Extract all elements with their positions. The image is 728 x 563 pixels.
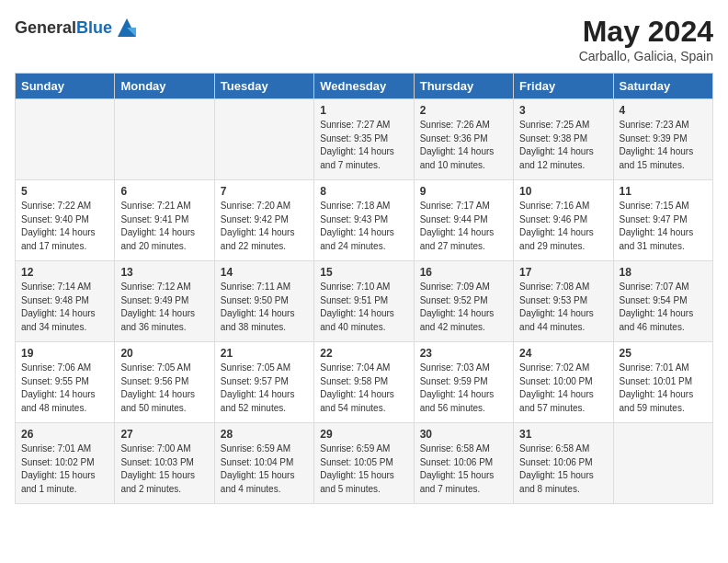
calendar-cell: 2Sunrise: 7:26 AM Sunset: 9:36 PM Daylig… [414, 99, 513, 180]
logo: GeneralBlue [15, 15, 140, 40]
day-number: 1 [320, 104, 407, 117]
day-number: 22 [320, 347, 407, 360]
day-number: 20 [120, 347, 208, 360]
day-content: Sunrise: 7:07 AM Sunset: 9:54 PM Dayligh… [620, 281, 707, 334]
calendar-cell: 12Sunrise: 7:14 AM Sunset: 9:48 PM Dayli… [16, 261, 115, 342]
day-content: Sunrise: 7:15 AM Sunset: 9:47 PM Dayligh… [620, 200, 707, 253]
day-content: Sunrise: 7:10 AM Sunset: 9:51 PM Dayligh… [320, 281, 407, 334]
calendar-cell: 26Sunrise: 7:01 AM Sunset: 10:02 PM Dayl… [16, 423, 115, 504]
day-content: Sunrise: 7:23 AM Sunset: 9:39 PM Dayligh… [620, 119, 707, 172]
day-number: 28 [221, 428, 308, 441]
calendar-cell: 17Sunrise: 7:08 AM Sunset: 9:53 PM Dayli… [514, 261, 613, 342]
day-content: Sunrise: 7:17 AM Sunset: 9:44 PM Dayligh… [420, 200, 507, 253]
day-number: 7 [221, 185, 308, 198]
day-content: Sunrise: 7:26 AM Sunset: 9:36 PM Dayligh… [420, 119, 507, 172]
day-number: 10 [519, 185, 607, 198]
day-content: Sunrise: 7:11 AM Sunset: 9:50 PM Dayligh… [221, 281, 308, 334]
day-content: Sunrise: 7:14 AM Sunset: 9:48 PM Dayligh… [21, 281, 108, 334]
day-content: Sunrise: 7:12 AM Sunset: 9:49 PM Dayligh… [120, 281, 208, 334]
day-content: Sunrise: 7:05 AM Sunset: 9:57 PM Dayligh… [221, 362, 308, 415]
day-number: 13 [120, 266, 208, 279]
week-row-4: 19Sunrise: 7:06 AM Sunset: 9:55 PM Dayli… [16, 342, 713, 423]
day-content: Sunrise: 7:06 AM Sunset: 9:55 PM Dayligh… [21, 362, 108, 415]
week-row-5: 26Sunrise: 7:01 AM Sunset: 10:02 PM Dayl… [16, 423, 713, 504]
day-number: 24 [519, 347, 607, 360]
day-number: 17 [519, 266, 607, 279]
title-section: May 2024 Carballo, Galicia, Spain [579, 15, 713, 63]
header-day-saturday: Saturday [613, 74, 712, 99]
calendar-cell: 4Sunrise: 7:23 AM Sunset: 9:39 PM Daylig… [613, 99, 712, 180]
day-number: 8 [320, 185, 407, 198]
calendar-cell: 19Sunrise: 7:06 AM Sunset: 9:55 PM Dayli… [16, 342, 115, 423]
day-number: 12 [21, 266, 108, 279]
calendar-cell: 22Sunrise: 7:04 AM Sunset: 9:58 PM Dayli… [314, 342, 414, 423]
page-header: GeneralBlue May 2024 Carballo, Galicia, … [15, 15, 713, 63]
day-content: Sunrise: 6:58 AM Sunset: 10:06 PM Daylig… [519, 442, 607, 496]
day-number: 4 [620, 104, 707, 117]
location-subtitle: Carballo, Galicia, Spain [579, 49, 713, 63]
day-content: Sunrise: 6:59 AM Sunset: 10:05 PM Daylig… [320, 442, 407, 496]
calendar-cell: 13Sunrise: 7:12 AM Sunset: 9:49 PM Dayli… [115, 261, 214, 342]
day-number: 5 [21, 185, 108, 198]
day-number: 2 [420, 104, 507, 117]
header-day-sunday: Sunday [16, 74, 115, 99]
header-day-wednesday: Wednesday [314, 74, 414, 99]
day-number: 19 [21, 347, 108, 360]
day-content: Sunrise: 7:01 AM Sunset: 10:01 PM Daylig… [620, 362, 707, 415]
calendar-cell: 28Sunrise: 6:59 AM Sunset: 10:04 PM Dayl… [214, 423, 313, 504]
calendar-table: SundayMondayTuesdayWednesdayThursdayFrid… [15, 73, 713, 504]
logo-general: General [15, 18, 76, 37]
calendar-cell: 7Sunrise: 7:20 AM Sunset: 9:42 PM Daylig… [214, 180, 313, 261]
calendar-cell: 5Sunrise: 7:22 AM Sunset: 9:40 PM Daylig… [16, 180, 115, 261]
day-content: Sunrise: 7:00 AM Sunset: 10:03 PM Daylig… [120, 442, 208, 496]
month-year-title: May 2024 [579, 15, 713, 49]
day-content: Sunrise: 7:03 AM Sunset: 9:59 PM Dayligh… [420, 362, 507, 415]
calendar-cell [613, 423, 712, 504]
day-number: 25 [620, 347, 707, 360]
day-number: 15 [320, 266, 407, 279]
calendar-cell: 18Sunrise: 7:07 AM Sunset: 9:54 PM Dayli… [613, 261, 712, 342]
day-number: 29 [320, 428, 407, 441]
calendar-cell: 16Sunrise: 7:09 AM Sunset: 9:52 PM Dayli… [414, 261, 513, 342]
day-number: 9 [420, 185, 507, 198]
day-content: Sunrise: 7:22 AM Sunset: 9:40 PM Dayligh… [21, 200, 108, 253]
calendar-cell: 10Sunrise: 7:16 AM Sunset: 9:46 PM Dayli… [514, 180, 613, 261]
day-number: 6 [120, 185, 208, 198]
day-content: Sunrise: 7:20 AM Sunset: 9:42 PM Dayligh… [221, 200, 308, 253]
calendar-cell [115, 99, 214, 180]
day-content: Sunrise: 7:02 AM Sunset: 10:00 PM Daylig… [519, 362, 607, 415]
day-content: Sunrise: 7:04 AM Sunset: 9:58 PM Dayligh… [320, 362, 407, 415]
calendar-cell: 1Sunrise: 7:27 AM Sunset: 9:35 PM Daylig… [314, 99, 414, 180]
day-number: 11 [620, 185, 707, 198]
day-content: Sunrise: 7:08 AM Sunset: 9:53 PM Dayligh… [519, 281, 607, 334]
week-row-1: 1Sunrise: 7:27 AM Sunset: 9:35 PM Daylig… [16, 99, 713, 180]
day-content: Sunrise: 7:18 AM Sunset: 9:43 PM Dayligh… [320, 200, 407, 253]
calendar-cell [214, 99, 313, 180]
logo-blue: Blue [76, 18, 112, 37]
day-number: 16 [420, 266, 507, 279]
day-number: 30 [420, 428, 507, 441]
calendar-cell: 31Sunrise: 6:58 AM Sunset: 10:06 PM Dayl… [514, 423, 613, 504]
calendar-cell: 29Sunrise: 6:59 AM Sunset: 10:05 PM Dayl… [314, 423, 414, 504]
day-number: 31 [519, 428, 607, 441]
day-content: Sunrise: 6:58 AM Sunset: 10:06 PM Daylig… [420, 442, 507, 496]
logo-icon [114, 15, 140, 40]
day-content: Sunrise: 7:09 AM Sunset: 9:52 PM Dayligh… [420, 281, 507, 334]
calendar-cell: 20Sunrise: 7:05 AM Sunset: 9:56 PM Dayli… [115, 342, 214, 423]
day-number: 21 [221, 347, 308, 360]
header-day-tuesday: Tuesday [214, 74, 313, 99]
day-number: 18 [620, 266, 707, 279]
day-number: 27 [120, 428, 208, 441]
week-row-3: 12Sunrise: 7:14 AM Sunset: 9:48 PM Dayli… [16, 261, 713, 342]
day-content: Sunrise: 6:59 AM Sunset: 10:04 PM Daylig… [221, 442, 308, 496]
calendar-cell: 30Sunrise: 6:58 AM Sunset: 10:06 PM Dayl… [414, 423, 513, 504]
calendar-body: 1Sunrise: 7:27 AM Sunset: 9:35 PM Daylig… [16, 99, 713, 504]
day-content: Sunrise: 7:25 AM Sunset: 9:38 PM Dayligh… [519, 119, 607, 172]
calendar-cell: 14Sunrise: 7:11 AM Sunset: 9:50 PM Dayli… [214, 261, 313, 342]
header-day-thursday: Thursday [414, 74, 513, 99]
day-content: Sunrise: 7:27 AM Sunset: 9:35 PM Dayligh… [320, 119, 407, 172]
day-content: Sunrise: 7:05 AM Sunset: 9:56 PM Dayligh… [120, 362, 208, 415]
day-number: 14 [221, 266, 308, 279]
day-content: Sunrise: 7:16 AM Sunset: 9:46 PM Dayligh… [519, 200, 607, 253]
day-number: 26 [21, 428, 108, 441]
